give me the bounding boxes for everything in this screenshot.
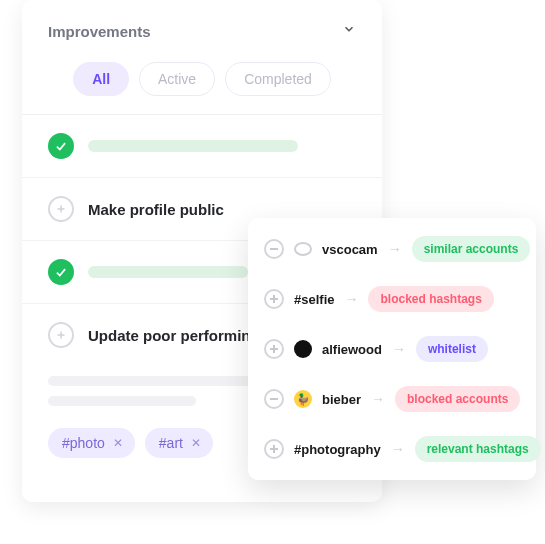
suggestion-row[interactable]: #photography → relevant hashtags bbox=[248, 424, 536, 474]
chip-label: #photo bbox=[62, 435, 105, 451]
redacted-text bbox=[88, 266, 248, 278]
suggestion-row[interactable]: vscocam → similar accounts bbox=[248, 224, 536, 274]
plus-icon[interactable] bbox=[48, 322, 74, 348]
chip-label: #art bbox=[159, 435, 183, 451]
arrow-right-icon: → bbox=[344, 291, 358, 307]
list-item[interactable] bbox=[22, 115, 382, 178]
tab-completed[interactable]: Completed bbox=[225, 62, 331, 96]
suggestion-label: vscocam bbox=[322, 242, 378, 257]
tab-all[interactable]: All bbox=[73, 62, 129, 96]
arrow-right-icon: → bbox=[388, 241, 402, 257]
avatar bbox=[294, 242, 312, 256]
plus-icon[interactable] bbox=[48, 196, 74, 222]
arrow-right-icon: → bbox=[371, 391, 385, 407]
category-pill: relevant hashtags bbox=[415, 436, 541, 462]
placeholder-line bbox=[48, 376, 276, 386]
placeholder-line bbox=[48, 396, 196, 406]
panel-title: Improvements bbox=[48, 23, 151, 40]
arrow-right-icon: → bbox=[391, 441, 405, 457]
suggestions-card: vscocam → similar accounts #selfie → blo… bbox=[248, 218, 536, 480]
check-icon bbox=[48, 133, 74, 159]
hashtag-chip[interactable]: #photo ✕ bbox=[48, 428, 135, 458]
suggestion-label: #selfie bbox=[294, 292, 334, 307]
close-icon[interactable]: ✕ bbox=[113, 436, 123, 450]
panel-header[interactable]: Improvements bbox=[22, 0, 382, 50]
arrow-right-icon: → bbox=[392, 341, 406, 357]
plus-icon[interactable] bbox=[264, 339, 284, 359]
check-icon bbox=[48, 259, 74, 285]
avatar bbox=[294, 340, 312, 358]
tab-active[interactable]: Active bbox=[139, 62, 215, 96]
suggestion-row[interactable]: 🦆 bieber → blocked accounts bbox=[248, 374, 536, 424]
minus-icon[interactable] bbox=[264, 389, 284, 409]
category-pill: whitelist bbox=[416, 336, 488, 362]
item-label: Make profile public bbox=[88, 201, 224, 218]
close-icon[interactable]: ✕ bbox=[191, 436, 201, 450]
suggestion-label: #photography bbox=[294, 442, 381, 457]
filter-tabs: All Active Completed bbox=[22, 50, 382, 115]
plus-icon[interactable] bbox=[264, 439, 284, 459]
plus-icon[interactable] bbox=[264, 289, 284, 309]
category-pill: blocked accounts bbox=[395, 386, 520, 412]
suggestion-row[interactable]: #selfie → blocked hashtags bbox=[248, 274, 536, 324]
redacted-text bbox=[88, 140, 298, 152]
suggestion-row[interactable]: alfiewood → whitelist bbox=[248, 324, 536, 374]
suggestion-label: alfiewood bbox=[322, 342, 382, 357]
minus-icon[interactable] bbox=[264, 239, 284, 259]
chevron-down-icon[interactable] bbox=[342, 22, 356, 40]
category-pill: blocked hashtags bbox=[368, 286, 493, 312]
suggestion-label: bieber bbox=[322, 392, 361, 407]
avatar: 🦆 bbox=[294, 390, 312, 408]
category-pill: similar accounts bbox=[412, 236, 531, 262]
hashtag-chip[interactable]: #art ✕ bbox=[145, 428, 213, 458]
